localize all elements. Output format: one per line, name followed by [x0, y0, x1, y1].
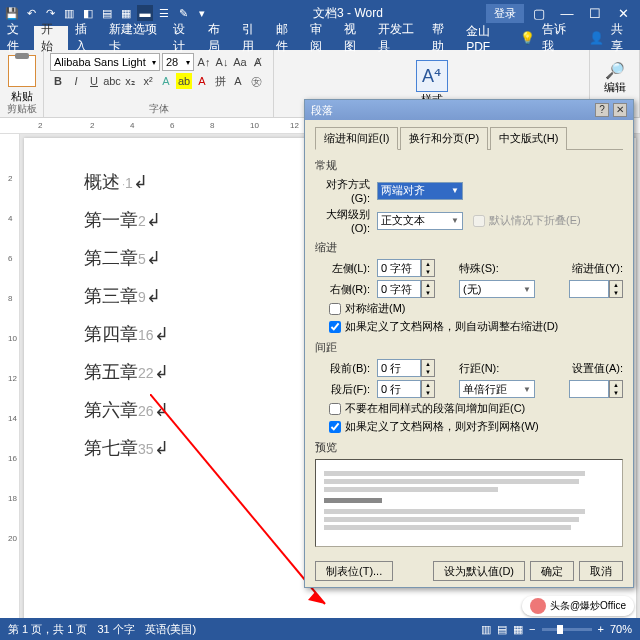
styles-icon[interactable]: A⁴: [416, 60, 448, 92]
login-button[interactable]: 登录: [486, 4, 524, 23]
language-status[interactable]: 英语(美国): [145, 622, 196, 637]
tab-design[interactable]: 设计: [166, 26, 200, 50]
tabstop-button[interactable]: 制表位(T)...: [315, 561, 393, 581]
qat-btn[interactable]: ▾: [194, 5, 210, 21]
align-label: 对齐方式(G):: [315, 177, 373, 204]
tab-chinese[interactable]: 中文版式(H): [490, 127, 567, 150]
spinner[interactable]: ▲▼: [609, 280, 623, 298]
tab-help[interactable]: 帮助: [425, 26, 459, 50]
highlight-icon[interactable]: ab: [176, 73, 192, 89]
spinner[interactable]: ▲▼: [421, 380, 435, 398]
zoom-level[interactable]: 70%: [610, 623, 632, 635]
outline-select[interactable]: 正文文本▼: [377, 212, 463, 230]
tab-linebreak[interactable]: 换行和分页(P): [400, 127, 488, 150]
subscript-icon[interactable]: x₂: [122, 73, 138, 89]
tab-pdf[interactable]: 金山PDF: [459, 26, 513, 50]
view-print-icon[interactable]: ▥: [481, 623, 491, 636]
text-effect-icon[interactable]: A: [158, 73, 174, 89]
ribbon-tabs: 文件 开始 插入 新建选项卡 设计 布局 引用 邮件 审阅 视图 开发工具 帮助…: [0, 26, 640, 50]
setdefault-button[interactable]: 设为默认值(D): [433, 561, 525, 581]
clear-format-icon[interactable]: A̸: [250, 54, 266, 70]
font-name-select[interactable]: Alibaba Sans Light▾: [50, 53, 160, 71]
indentval-label: 缩进值(Y):: [572, 261, 623, 276]
tab-dev[interactable]: 开发工具: [371, 26, 425, 50]
shrink-font-icon[interactable]: A↓: [214, 54, 230, 70]
tab-ref[interactable]: 引用: [235, 26, 269, 50]
qat-btn[interactable]: ▦: [118, 5, 134, 21]
view-read-icon[interactable]: ▤: [497, 623, 507, 636]
snapgrid-checkbox[interactable]: [329, 421, 341, 433]
redo-icon[interactable]: ↷: [42, 5, 58, 21]
strike-icon[interactable]: abc: [104, 73, 120, 89]
tab-tell[interactable]: 💡 告诉我: [513, 26, 581, 50]
border-icon[interactable]: A: [230, 73, 246, 89]
vertical-ruler[interactable]: 24 68 1012 1416 1820: [0, 134, 20, 624]
share-button[interactable]: 👤共享: [582, 26, 640, 50]
tab-newtab[interactable]: 新建选项卡: [102, 26, 166, 50]
save-icon[interactable]: 💾: [4, 5, 20, 21]
minimize-icon[interactable]: —: [554, 6, 580, 21]
linespc-select[interactable]: 单倍行距▼: [459, 380, 535, 398]
font-size-select[interactable]: 28▾: [162, 53, 194, 71]
section-preview: 预览: [315, 440, 623, 455]
qat-btn[interactable]: ✎: [175, 5, 191, 21]
maximize-icon[interactable]: ☐: [582, 6, 608, 21]
dialog-titlebar[interactable]: 段落 ? ✕: [305, 100, 633, 120]
spinner[interactable]: ▲▼: [421, 280, 435, 298]
qat-btn[interactable]: ☰: [156, 5, 172, 21]
tab-review[interactable]: 审阅: [303, 26, 337, 50]
dialog-help-icon[interactable]: ?: [595, 103, 609, 117]
paste-icon[interactable]: [8, 55, 36, 87]
before-label: 段前(B):: [315, 361, 373, 376]
setval-input[interactable]: [569, 380, 609, 398]
spinner[interactable]: ▲▼: [421, 259, 435, 277]
nosame-checkbox[interactable]: [329, 403, 341, 415]
zoom-in-icon[interactable]: +: [598, 623, 604, 635]
font-color-icon[interactable]: A: [194, 73, 210, 89]
cancel-button[interactable]: 取消: [579, 561, 623, 581]
circle-char-icon[interactable]: ㊛: [248, 73, 264, 89]
italic-icon[interactable]: I: [68, 73, 84, 89]
ok-button[interactable]: 确定: [530, 561, 574, 581]
align-select[interactable]: 两端对齐▼: [377, 182, 463, 200]
tab-layout[interactable]: 布局: [201, 26, 235, 50]
find-icon[interactable]: 🔎: [596, 61, 633, 80]
spinner[interactable]: ▲▼: [609, 380, 623, 398]
tab-file[interactable]: 文件: [0, 26, 34, 50]
underline-icon[interactable]: U: [86, 73, 102, 89]
page-status[interactable]: 第 1 页，共 1 页: [8, 622, 87, 637]
tab-view[interactable]: 视图: [337, 26, 371, 50]
dialog-close-icon[interactable]: ✕: [613, 103, 627, 117]
indentval-input[interactable]: [569, 280, 609, 298]
phonetic-icon[interactable]: 拼: [212, 73, 228, 89]
ribbon-options-icon[interactable]: ▢: [526, 6, 552, 21]
qat-btn[interactable]: ◧: [80, 5, 96, 21]
left-indent-input[interactable]: [377, 259, 421, 277]
zoom-out-icon[interactable]: −: [529, 623, 535, 635]
before-input[interactable]: [377, 359, 421, 377]
undo-icon[interactable]: ↶: [23, 5, 39, 21]
tab-insert[interactable]: 插入: [68, 26, 102, 50]
special-select[interactable]: (无)▼: [459, 280, 535, 298]
spinner[interactable]: ▲▼: [421, 359, 435, 377]
qat-btn[interactable]: ▬: [137, 5, 153, 21]
qat-btn[interactable]: ▥: [61, 5, 77, 21]
change-case-icon[interactable]: Aa: [232, 54, 248, 70]
close-icon[interactable]: ✕: [610, 6, 636, 21]
tab-indent-spacing[interactable]: 缩进和间距(I): [315, 127, 398, 150]
tab-home[interactable]: 开始: [34, 26, 68, 50]
right-indent-input[interactable]: [377, 280, 421, 298]
linespc-label: 行距(N):: [459, 361, 499, 376]
tab-mail[interactable]: 邮件: [269, 26, 303, 50]
qat-btn[interactable]: ▤: [99, 5, 115, 21]
superscript-icon[interactable]: x²: [140, 73, 156, 89]
collapse-checkbox: [473, 215, 485, 227]
bold-icon[interactable]: B: [50, 73, 66, 89]
after-input[interactable]: [377, 380, 421, 398]
mirror-checkbox[interactable]: [329, 303, 341, 315]
autogrid-checkbox[interactable]: [329, 321, 341, 333]
word-count[interactable]: 31 个字: [97, 622, 134, 637]
view-web-icon[interactable]: ▦: [513, 623, 523, 636]
zoom-slider[interactable]: [542, 628, 592, 631]
grow-font-icon[interactable]: A↑: [196, 54, 212, 70]
